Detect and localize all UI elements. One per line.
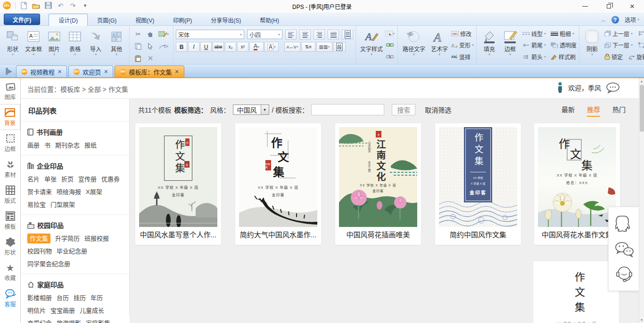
modify-button[interactable]: ABC修改 <box>451 28 474 39</box>
rotate-button[interactable]: 旋转▾ <box>628 52 644 62</box>
panel-link[interactable]: 门型展架 <box>50 200 75 210</box>
panel-link-active[interactable]: 作文集 <box>27 234 50 243</box>
copy-icon[interactable] <box>133 41 143 51</box>
panel-link[interactable]: 宣传册 <box>78 174 97 184</box>
close-tab-icon[interactable]: ✕ <box>174 69 179 75</box>
options-button[interactable]: 选项▾ <box>625 16 639 24</box>
sidebar-item-service[interactable]: 客服 <box>0 285 20 311</box>
bold-button[interactable]: B <box>176 42 187 52</box>
insert-textbox-button[interactable]: A 文本框▾ <box>23 28 44 57</box>
replace-image-icon[interactable]: ▾ <box>158 29 169 39</box>
panel-link[interactable]: 期刊杂志 <box>55 140 80 150</box>
template-card[interactable]: 文 江南文化 山水如墨 · 水乡江南 XX 学校 X 年级 X 班 金印客 中国… <box>335 123 421 245</box>
justify-button[interactable] <box>328 30 339 40</box>
panel-link[interactable]: 年历 <box>91 293 103 303</box>
link-icon[interactable] <box>385 40 395 50</box>
paste-icon[interactable] <box>133 54 143 63</box>
panel-link[interactable]: 恋爱纪念 <box>27 318 52 323</box>
panel-link[interactable]: 贺卡请柬 <box>27 187 52 197</box>
sort-newest[interactable]: 最新 <box>561 105 575 117</box>
delete-icon[interactable]: ✕ <box>145 54 156 63</box>
font-family-select[interactable]: 宋体▾ <box>176 30 244 39</box>
align-left-button[interactable] <box>285 30 297 40</box>
menu-help[interactable]: 帮助(H) <box>250 14 289 26</box>
panel-link[interactable]: 喷绘海报 <box>57 187 81 197</box>
sidebar-item-gallery[interactable]: 图库 <box>0 78 20 104</box>
line-spacing-button[interactable]: ⇅≡ <box>301 42 315 52</box>
vertical-scrollbar[interactable]: ▲ ▼ <box>639 78 644 323</box>
cut-icon[interactable]: ✂ <box>133 29 143 39</box>
arrow-tail-button[interactable]: 箭尾▾ <box>522 40 546 50</box>
thickness-button[interactable]: 粗细▾ <box>551 28 574 39</box>
panel-link[interactable]: 影楼相册 <box>27 293 52 303</box>
close-tab-icon[interactable]: ✕ <box>58 69 62 75</box>
panel-link[interactable]: 毕业纪念册 <box>57 246 87 256</box>
tab-welcome[interactable]: DPS 欢迎页 ✕ <box>68 65 113 77</box>
sort-popular[interactable]: 热门 <box>612 105 626 117</box>
sidebar-item-template[interactable]: 模板 <box>0 208 20 234</box>
style-select[interactable]: 中国风 ▼ <box>233 105 269 115</box>
align-right-button[interactable] <box>314 30 325 40</box>
group-button[interactable]: 编组▾ <box>638 40 644 50</box>
panel-link[interactable]: 明信片 <box>27 306 46 315</box>
highlight-color-button[interactable]: A▾ <box>264 42 279 52</box>
lock-button[interactable]: 锁定 <box>604 52 623 62</box>
qq-icon[interactable] <box>615 214 633 235</box>
scrollbar-thumb[interactable] <box>640 85 644 132</box>
panel-link[interactable]: X展架 <box>86 187 102 197</box>
insert-other-button[interactable]: 5 其他▾ <box>106 28 127 57</box>
panel-link[interactable]: 名片 <box>27 174 40 184</box>
panel-link[interactable]: 旅游摄影 <box>57 318 81 323</box>
menu-view[interactable]: 视图(V) <box>126 14 164 26</box>
char-spacing-button[interactable]: A↔V▾ <box>284 42 300 52</box>
close-button[interactable]: × <box>620 0 644 13</box>
menu-page[interactable]: 页面(G) <box>88 14 126 26</box>
align-center-button[interactable] <box>299 30 311 40</box>
cancel-filter-button[interactable]: 取消筛选 <box>425 105 451 114</box>
message-bubble-icon[interactable] <box>606 82 620 93</box>
fill-button[interactable]: 填充▾ <box>479 28 500 57</box>
panel-link[interactable]: 校园刊物 <box>27 246 52 256</box>
panel-link[interactable]: 升学简历 <box>55 234 80 243</box>
underline-button[interactable]: U <box>200 42 212 52</box>
wechat-icon[interactable] <box>614 241 634 258</box>
sidebar-item-layout[interactable]: 版式 <box>0 182 20 208</box>
template-search-input[interactable] <box>311 104 384 115</box>
panel-link[interactable]: 同学聚会纪念册 <box>27 259 70 269</box>
paragraph-settings-button[interactable]: 段 <box>333 42 346 52</box>
insert-shape-button[interactable]: 形状▾ <box>2 28 23 57</box>
insert-table-button[interactable]: 表格▾ <box>65 28 85 57</box>
scroll-down-icon[interactable]: ▼ <box>639 317 644 323</box>
superscript-button[interactable]: x² <box>237 42 248 52</box>
sidebar-item-shape[interactable]: 形状 <box>0 234 20 259</box>
menu-file[interactable]: 文件(F) <box>4 14 40 25</box>
template-card[interactable]: 作文集 XX 学校 X 年级 X 班 <box>533 261 619 323</box>
distribute-button[interactable] <box>342 30 353 40</box>
text-style-button[interactable]: A 文字样式▾ <box>358 28 385 57</box>
panel-link[interactable]: 书 <box>44 140 50 150</box>
pan-hand-icon[interactable] <box>145 29 156 39</box>
select-arrow-icon[interactable]: ▼ <box>261 105 269 114</box>
panel-link[interactable]: 报纸 <box>84 140 97 150</box>
template-card[interactable]: 作 文 集 XX 学校 X 年级 X 班 姓名：XXX 中国风荷花水墨作文集 <box>534 123 620 245</box>
panel-link[interactable]: 宝宝画册 <box>50 306 75 315</box>
sidebar-item-material[interactable]: 素材 <box>0 156 20 182</box>
bring-forward-button[interactable]: 上一层▾ <box>604 28 633 39</box>
sidebar-item-background[interactable]: 背景 <box>0 104 20 130</box>
unlink-icon[interactable] <box>385 52 395 62</box>
line-type-button[interactable]: 线型▾ <box>522 28 546 39</box>
wordart-button[interactable]: A 艺术字▾ <box>428 28 451 57</box>
menu-share-export[interactable]: 分享导出(S) <box>201 14 250 26</box>
close-tab-icon[interactable]: ✕ <box>104 69 108 75</box>
tab-template-library[interactable]: DPS 模板库：作文集 ✕ <box>115 65 184 77</box>
tab-video-tutorial[interactable]: DPS 视频教程 ✕ <box>16 65 67 77</box>
text-wrap-icon[interactable]: ▾ <box>385 29 395 38</box>
subscript-button[interactable]: x₂ <box>225 42 236 52</box>
minimize-button[interactable] <box>573 0 597 13</box>
transform-button[interactable]: A变形▾ <box>451 40 474 50</box>
import-button[interactable]: 导入▾ <box>85 28 106 57</box>
panel-link[interactable]: 画册 <box>27 140 40 150</box>
restore-button[interactable] <box>597 0 620 13</box>
italic-button[interactable]: I <box>188 42 199 52</box>
help-icon[interactable]: ? <box>611 16 619 24</box>
